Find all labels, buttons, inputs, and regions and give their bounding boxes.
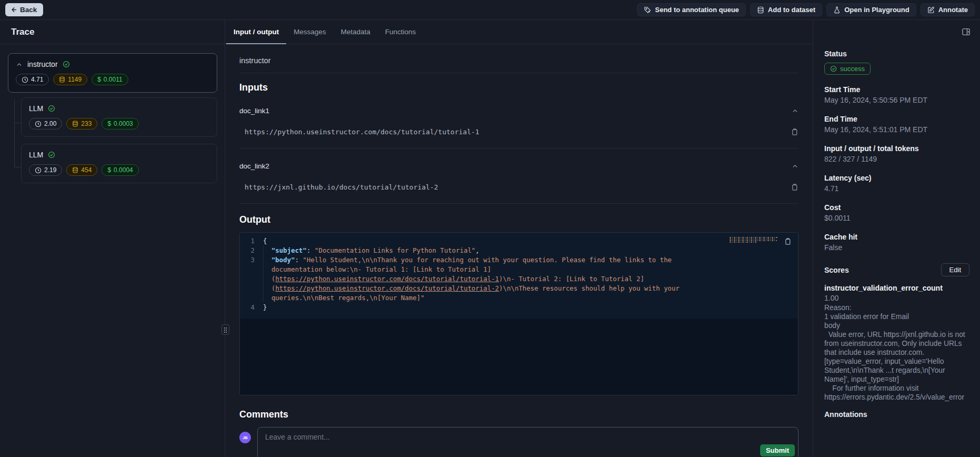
field-label: Cost [824, 203, 969, 212]
code-link: https://python.useinstructor.com/docs/tu… [275, 275, 499, 283]
code-token: : [307, 246, 315, 254]
trace-sidebar: Trace instructor4.711149$0.0011LLM2.0023… [0, 20, 225, 457]
copy-output-icon[interactable] [784, 237, 792, 245]
tab-input-output[interactable]: Input / output [226, 20, 286, 44]
code-line: 1{ [240, 236, 798, 246]
pen-tag-icon [644, 6, 651, 14]
trace-node-instructor-0[interactable]: instructor4.711149$0.0011 [8, 53, 217, 93]
code-link: https://python.useinstructor.com/docs/tu… [275, 284, 499, 292]
tokens-value: 1149 [68, 76, 82, 83]
collapse-field-icon[interactable] [792, 107, 799, 114]
tab-functions[interactable]: Functions [378, 20, 423, 44]
input-label: doc_link1 [239, 107, 269, 115]
collapse-node-icon[interactable] [16, 61, 23, 68]
tabbar: Input / outputMessagesMetadataFunctions [225, 20, 813, 44]
tokens-icon [72, 167, 78, 173]
copy-field-icon[interactable] [791, 183, 799, 191]
field-label: Start Time [824, 85, 969, 94]
trace-node-header: LLM [29, 151, 209, 159]
annotations-heading: Annotations [824, 410, 969, 419]
panel-field-end-time: End TimeMay 16, 2024, 5:51:01 PM EDT [824, 115, 969, 134]
code-line: 3"body": "Hello Student,\n\nThank you fo… [240, 255, 798, 303]
back-label: Back [20, 6, 37, 14]
tab-messages[interactable]: Messages [286, 20, 334, 44]
add-to-dataset-button[interactable]: Add to dataset [750, 3, 822, 16]
field-label: End Time [824, 115, 969, 123]
field-label: Cache hit [824, 233, 969, 241]
submit-comment-button[interactable]: Submit [760, 444, 795, 456]
edit-scores-button[interactable]: Edit [941, 263, 969, 276]
input-label-row: doc_link2 [239, 162, 799, 170]
panel-field-cache-hit: Cache hitFalse [824, 233, 969, 252]
panel-field-cost: Cost$0.0011 [824, 203, 969, 222]
cost-value: 0.0003 [114, 121, 133, 127]
collapse-panel-icon[interactable] [962, 27, 971, 36]
trace-node-metrics: 2.00233$0.0003 [29, 118, 209, 130]
code-content: "subject": "Documentation Links for Pyth… [263, 246, 479, 255]
content-columns: Trace instructor4.711149$0.0011LLM2.0023… [0, 20, 980, 457]
tree-connector [14, 167, 21, 167]
details-panel: Status success Start TimeMay 16, 2024, 5… [813, 20, 980, 457]
latency-badge: 4.71 [16, 74, 49, 85]
back-button[interactable]: Back [5, 3, 43, 16]
code-token: { [263, 237, 267, 245]
copy-field-icon[interactable] [791, 128, 799, 136]
code-token: "subject" [271, 246, 307, 254]
tab-metadata[interactable]: Metadata [334, 20, 378, 44]
latency-badge: 2.19 [29, 164, 62, 176]
dollar-icon: $ [97, 76, 101, 83]
comment-input[interactable] [258, 428, 798, 457]
latency-badge: 2.00 [29, 118, 62, 130]
trace-node-name: LLM [29, 104, 43, 113]
action-label: Open in Playground [844, 6, 910, 14]
field-label: Latency (sec) [824, 174, 969, 182]
input-value-row: https://python.useinstructor.com/docs/tu… [239, 128, 799, 148]
collapse-field-icon[interactable] [792, 163, 799, 170]
check-circle-icon [830, 65, 837, 72]
field-value: May 16, 2024, 5:50:56 PM EDT [824, 96, 969, 104]
trace-tree: instructor4.711149$0.0011LLM2.00233$0.00… [0, 44, 225, 183]
flask-icon [833, 6, 841, 14]
trace-node-llm-2[interactable]: LLM2.19454$0.0004 [21, 144, 217, 183]
trace-node-name: LLM [29, 151, 43, 159]
line-number: 2 [240, 246, 263, 255]
output-heading: Output [239, 214, 799, 225]
line-number: 3 [240, 255, 263, 303]
open-in-playground-button[interactable]: Open in Playground [826, 3, 916, 16]
comment-box: Submit [257, 427, 799, 457]
code-token: } [263, 303, 267, 311]
code-minimap[interactable] [730, 237, 778, 243]
code-line: 2"subject": "Documentation Links for Pyt… [240, 246, 798, 255]
trace-node-llm-1[interactable]: LLM2.00233$0.0003 [21, 97, 217, 137]
cost-badge: $0.0003 [102, 118, 138, 130]
field-label: Input / output / total tokens [824, 144, 969, 153]
trace-node-header: instructor [16, 60, 209, 68]
field-value: False [824, 243, 969, 252]
latency-value: 2.19 [44, 167, 56, 173]
tokens-icon [59, 76, 65, 83]
tokens-badge: 1149 [53, 74, 87, 85]
input-field-doc-link1: doc_link1https://python.useinstructor.co… [239, 107, 799, 148]
input-value: https://python.useinstructor.com/docs/tu… [239, 128, 479, 136]
send-to-annotation-queue-button[interactable]: Send to annotation queue [637, 3, 746, 16]
database-icon [757, 6, 764, 14]
annotate-button[interactable]: Annotate [921, 3, 975, 16]
cost-badge: $0.0011 [92, 74, 128, 85]
inputs-list: doc_link1https://python.useinstructor.co… [239, 107, 799, 204]
success-check-icon [48, 105, 55, 112]
latency-value: 2.00 [44, 121, 56, 127]
status-label: Status [824, 49, 969, 58]
clock-icon [35, 121, 42, 127]
clock-icon [22, 76, 28, 83]
main-panel: Input / outputMessagesMetadataFunctions … [225, 20, 813, 457]
scores-label: Scores [824, 266, 849, 274]
cost-badge: $0.0004 [102, 164, 138, 176]
code-content: "body": "Hello Student,\n\nThank you for… [263, 255, 711, 303]
code-line: 4} [240, 303, 798, 312]
tokens-icon [72, 121, 78, 127]
panel-resize-handle[interactable] [221, 324, 229, 335]
cost-value: 0.0004 [114, 167, 133, 173]
success-check-icon [63, 61, 70, 68]
field-value: 822 / 327 / 1149 [824, 155, 969, 163]
success-check-icon [48, 151, 55, 158]
